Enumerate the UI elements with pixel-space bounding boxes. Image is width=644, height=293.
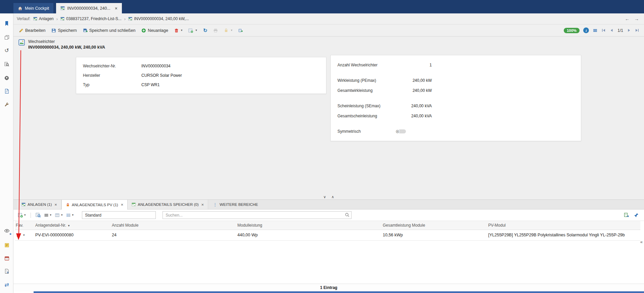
grid-toolbar-right — [624, 213, 644, 218]
sheet-icon — [33, 17, 37, 21]
save-button[interactable]: Speichern — [49, 27, 79, 34]
add-row-icon — [18, 213, 23, 218]
breadcrumb-anlage-0388371237[interactable]: 0388371237, Friedrich-List-S... — [60, 16, 122, 21]
tab-record-inv0000000034[interactable]: INV0000000034, 240... × — [56, 3, 122, 13]
record-title: INV0000000034, 240,00 kW, 240,00 kVA — [28, 45, 105, 50]
document-settings-icon[interactable] — [2, 267, 11, 276]
previous-page-icon[interactable] — [609, 28, 614, 33]
refresh-button[interactable]: ↻ — [200, 26, 210, 34]
duplicate-record-button[interactable]: ▾ — [186, 27, 200, 34]
cell-anlagendetail-nr: PV-EVI-0000000080 — [35, 230, 111, 240]
save-disk-icon — [51, 28, 56, 33]
sync-icon[interactable]: ⇄ — [2, 281, 11, 289]
field-value[interactable]: 1 — [410, 63, 432, 67]
new-record-button[interactable]: Neuanlage — [139, 27, 171, 34]
symmetrisch-toggle[interactable]: ⊗ — [396, 129, 406, 134]
anlagendetails-grid: Fav. Anlagendetail-Nr.▼ Anzahl Module Mo… — [15, 221, 640, 241]
tab-mein-cockpit[interactable]: Mein Cockpit — [13, 3, 53, 13]
search-records-icon[interactable] — [2, 60, 11, 69]
calendar-icon[interactable] — [2, 254, 11, 262]
history-bar: Verlauf: Anlagen › 0388371237, Friedrich… — [13, 13, 644, 24]
more-areas-button[interactable]: ⋮ WEITERE BEREICHE — [208, 200, 263, 209]
column-header-modulleistung[interactable]: Modulleistung — [237, 221, 382, 230]
view-selector-input[interactable] — [82, 211, 156, 219]
info-icon[interactable]: i — [583, 27, 589, 33]
field-value[interactable]: CSP WR1 — [141, 82, 159, 87]
collapse-details-icon[interactable]: ∨ — [323, 195, 326, 199]
field-row: Wechselrichter-Nr. INV0000000034 — [83, 61, 319, 71]
row-actions-caret-icon[interactable]: ▾ — [23, 234, 25, 237]
columns-button[interactable]: ▾ — [54, 212, 64, 218]
save-and-close-button[interactable]: Speichern und schließen — [80, 27, 138, 34]
document-icon[interactable] — [2, 87, 11, 96]
table-search-button[interactable] — [35, 212, 42, 218]
left-sidebar: ↺ ★ — [0, 13, 13, 293]
grid-area: Fav. Anlagendetail-Nr.▼ Anzahl Module Mo… — [13, 221, 644, 284]
delete-button[interactable]: ▾ — [172, 27, 185, 34]
column-header-gesamtleistung-module[interactable]: Gesamtleistung Module — [382, 221, 488, 230]
pin-icon[interactable] — [634, 213, 639, 218]
settings-gear-icon[interactable] — [2, 73, 11, 82]
close-tab-icon[interactable]: × — [121, 202, 124, 207]
export-icon[interactable] — [624, 213, 629, 218]
breadcrumb-inv0000000034[interactable]: INV0000000034, 240,00 kW,... — [128, 16, 189, 21]
grid-row[interactable]: ▾ PV-EVI-0000000080 24 440,00 Wp 10,56 k… — [15, 230, 640, 240]
search-icon[interactable] — [345, 213, 350, 217]
last-page-icon[interactable] — [635, 28, 639, 33]
lock-record-button[interactable]: ▾ — [221, 27, 235, 34]
breadcrumb-anlagen[interactable]: Anlagen — [33, 16, 54, 21]
view-menu-button[interactable]: ▾ — [43, 212, 53, 218]
column-header-fav[interactable]: Fav. — [15, 221, 35, 230]
watch-eye-icon[interactable]: ★ — [2, 226, 11, 235]
column-header-anlagendetail-nr[interactable]: Anlagendetail-Nr.▼ — [35, 221, 111, 230]
edit-button[interactable]: Bearbeiten — [16, 27, 48, 34]
notes-icon[interactable] — [2, 241, 11, 249]
field-label: Anzahl Wechselrichter — [337, 63, 410, 67]
field-row: Scheinleistung (SEmax) 240,00 kVA — [337, 101, 574, 111]
tab-anlagen[interactable]: ANLAGEN (1) × — [17, 200, 61, 209]
main-area: ↺ ★ — [0, 13, 644, 293]
panel-splitter: ∨ ∧ — [13, 194, 644, 199]
close-tab-icon[interactable]: × — [201, 202, 204, 207]
collapse-panel-icon[interactable]: « — [640, 239, 643, 244]
next-page-icon[interactable] — [627, 28, 631, 33]
field-value[interactable]: INV0000000034 — [141, 64, 171, 68]
history-label: Verlauf: — [17, 16, 31, 21]
expand-details-icon[interactable]: ∧ — [331, 195, 334, 199]
close-tab-icon[interactable]: × — [115, 6, 118, 11]
grid-add-button[interactable]: ▾ — [17, 212, 27, 218]
field-value[interactable]: CURSOR Solar Power — [141, 73, 182, 78]
search-input[interactable] — [163, 211, 352, 219]
field-value[interactable]: 240,00 kVA — [410, 114, 432, 118]
plus-circle-icon — [141, 28, 146, 33]
tab-anlagendetails-pv[interactable]: ANLAGENDETAILS PV (1) × — [61, 200, 128, 210]
field-value[interactable]: 240,00 kVA — [410, 104, 432, 108]
print-button[interactable] — [211, 27, 221, 34]
menu-icon[interactable] — [593, 28, 598, 33]
history-forward-icon[interactable]: → — [633, 16, 640, 21]
caret-down-icon: ▾ — [195, 29, 197, 32]
list-layout-button[interactable]: ▾ — [65, 212, 75, 218]
field-value[interactable]: 240,00 kW — [410, 88, 432, 93]
field-label: Symmetrisch — [337, 129, 396, 134]
bookmark-icon[interactable] — [2, 19, 11, 28]
caret-down-icon: ▾ — [24, 214, 26, 217]
tab-anlagendetails-speicher[interactable]: ANLAGENDETAILS SPEICHER (0) × — [128, 200, 208, 209]
column-header-anzahl-module[interactable]: Anzahl Module — [111, 221, 237, 230]
field-value[interactable]: 240,00 kW — [410, 78, 432, 83]
field-row: Anzahl Wechselrichter 1 — [337, 60, 574, 70]
history-icon[interactable]: ↺ — [2, 46, 11, 55]
first-page-icon[interactable] — [601, 28, 606, 33]
columns-icon — [55, 213, 60, 218]
tools-wrench-icon[interactable] — [2, 100, 11, 109]
printer-icon — [213, 28, 218, 33]
pencil-icon — [19, 28, 24, 33]
column-header-pv-modul[interactable]: PV-Modul — [488, 221, 640, 230]
power-values-card: Anzahl Wechselrichter 1 Wirkleistung (PE… — [330, 55, 581, 141]
copy-pages-icon[interactable] — [2, 33, 11, 42]
record-transfer-button[interactable] — [236, 27, 246, 34]
history-back-icon[interactable]: ← — [624, 16, 631, 21]
zoom-badge[interactable]: 100% — [564, 28, 580, 33]
close-tab-icon[interactable]: × — [54, 202, 57, 207]
subarea-panel: ANLAGEN (1) × ANLAGENDETAILS PV (1) × — [13, 199, 644, 293]
